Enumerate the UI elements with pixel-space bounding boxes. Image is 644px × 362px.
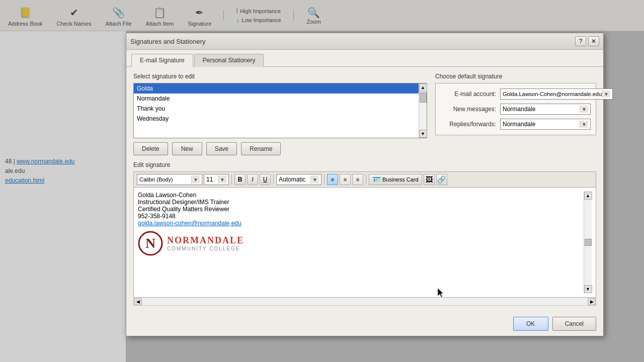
logo-svg: N — [138, 231, 163, 256]
tb-sep2 — [273, 174, 274, 185]
dialog-footer: OK Cancel — [126, 312, 603, 336]
cancel-button[interactable]: Cancel — [552, 317, 596, 331]
email-account-arrow[interactable]: ▼ — [602, 90, 610, 98]
sig-content-email: golda.lawson-cohen@normandale,edu — [138, 220, 584, 227]
dialog-title: Signatures and Stationery — [130, 38, 206, 45]
replies-forwards-arrow[interactable]: ▼ — [580, 121, 588, 128]
sig-list-scrollbar[interactable]: ▲ ▼ — [419, 83, 427, 138]
tb-sep4 — [366, 174, 366, 185]
tab-email-signature[interactable]: E-mail Signature — [131, 54, 193, 67]
replies-forwards-value: Normandale — [503, 121, 535, 128]
edit-scrollbar-track2 — [585, 246, 592, 285]
font-value: Calibri (Body) — [139, 176, 191, 183]
sig-content-phone: 952-358-9148 — [138, 213, 584, 220]
sig-item-golda[interactable]: Golda — [134, 83, 419, 94]
new-button[interactable]: New — [172, 142, 202, 155]
help-button[interactable]: ? — [575, 36, 586, 46]
underline-button[interactable]: U — [260, 174, 271, 185]
signature-list: Golda Normandale Thank you Wednesday — [134, 83, 419, 138]
edit-area[interactable]: Golda Lawson-Cohen Instructional Designe… — [133, 187, 596, 298]
email-account-row: E-mail account: Golda.Lawson-Cohen@norma… — [441, 88, 591, 100]
sig-buttons-row: Delete New Save Rename — [133, 142, 427, 155]
sig-item-thankyou[interactable]: Thank you — [134, 104, 419, 114]
close-button[interactable]: ✕ — [588, 36, 599, 46]
insert-picture-button[interactable]: 🖼 — [424, 174, 435, 185]
color-value: Automatic — [279, 176, 305, 183]
insert-picture-icon: 🖼 — [426, 175, 433, 184]
color-selector[interactable]: Automatic ▼ — [276, 174, 321, 185]
italic-button[interactable]: I — [247, 174, 258, 185]
bold-button[interactable]: B — [234, 174, 246, 185]
dialog-controls: ? ✕ — [575, 36, 599, 46]
signature-list-container: Golda Normandale Thank you Wednesday ▲ ▼ — [133, 83, 427, 138]
edit-scrollbar-down[interactable]: ▼ — [584, 285, 592, 293]
new-messages-row: New messages: Normandale ▼ — [441, 104, 591, 115]
scrollbar-up[interactable]: ▲ — [419, 83, 427, 92]
new-messages-value: Normandale — [503, 106, 535, 113]
two-column-layout: Select signature to edit Golda Normandal… — [133, 73, 596, 155]
right-column: Choose default signature E-mail account:… — [435, 73, 596, 155]
dialog-body: Select signature to edit Golda Normandal… — [126, 66, 603, 312]
new-messages-arrow[interactable]: ▼ — [580, 106, 588, 113]
edit-area-scrollbar[interactable]: ▲ ▼ — [584, 192, 592, 293]
default-sig-label: Choose default signature — [435, 73, 596, 80]
edit-scrollbar-thumb[interactable] — [585, 239, 592, 246]
sig-content-certified: Certified Quality Matters Reviewer — [138, 206, 584, 213]
business-card-label: Business Card — [382, 176, 419, 183]
hscroll-left[interactable]: ◀ — [134, 298, 142, 305]
business-card-button[interactable]: 🪪 Business Card — [369, 174, 422, 185]
tabs-row: E-mail Signature Personal Stationery — [126, 50, 603, 67]
new-messages-dropdown[interactable]: Normandale ▼ — [500, 104, 591, 115]
insert-hyperlink-button[interactable]: 🔗 — [436, 174, 447, 185]
sig-content-name: Golda Lawson-Cohen — [138, 192, 584, 199]
select-sig-label: Select signature to edit — [133, 73, 427, 80]
svg-text:N: N — [145, 235, 155, 251]
replies-forwards-row: Replies/forwards: Normandale ▼ — [441, 119, 591, 130]
logo-sub: COMMUNITY COLLEGE — [167, 246, 244, 251]
scrollbar-down[interactable]: ▼ — [419, 130, 427, 138]
insert-hyperlink-icon: 🔗 — [437, 175, 446, 184]
replies-forwards-label: Replies/forwards: — [441, 121, 496, 128]
font-size-value: 11 — [206, 176, 213, 183]
rename-button[interactable]: Rename — [241, 142, 281, 155]
tab-personal-stationery[interactable]: Personal Stationery — [194, 54, 264, 67]
edit-hscrollbar[interactable]: ◀ ▶ — [133, 298, 596, 306]
email-account-dropdown[interactable]: Golda.Lawson-Cohen@normandale.edu ▼ — [500, 88, 613, 100]
hscroll-right[interactable]: ▶ — [588, 298, 596, 305]
edit-content: Golda Lawson-Cohen Instructional Designe… — [138, 192, 584, 293]
align-center-button[interactable]: ≡ — [340, 174, 351, 185]
ok-button[interactable]: OK — [513, 317, 548, 331]
scrollbar-thumb[interactable] — [420, 93, 427, 103]
edit-scrollbar-track — [585, 200, 592, 239]
new-messages-label: New messages: — [441, 106, 496, 113]
signatures-dialog: Signatures and Stationery ? ✕ E-mail Sig… — [126, 33, 604, 336]
tb-sep1 — [231, 174, 232, 185]
font-size-selector[interactable]: 11 ▼ — [204, 174, 229, 185]
sig-content-logo: N NORMANDALE COMMUNITY COLLEGE — [138, 231, 584, 256]
email-account-value: Golda.Lawson-Cohen@normandale.edu — [503, 91, 602, 97]
logo-text: NORMANDALE COMMUNITY COLLEGE — [167, 235, 244, 251]
default-sig-section: E-mail account: Golda.Lawson-Cohen@norma… — [435, 83, 596, 135]
align-right-button[interactable]: ≡ — [352, 174, 363, 185]
font-selector[interactable]: Calibri (Body) ▼ — [137, 174, 202, 185]
font-size-arrow[interactable]: ▼ — [218, 175, 226, 184]
sig-item-normandale[interactable]: Normandale — [134, 94, 419, 104]
email-account-label: E-mail account: — [441, 90, 496, 98]
tb-sep3 — [324, 174, 325, 185]
replies-forwards-dropdown[interactable]: Normandale ▼ — [500, 119, 591, 130]
align-left-button[interactable]: ≡ — [327, 174, 338, 185]
edit-scrollbar-up[interactable]: ▲ — [584, 192, 592, 200]
edit-toolbar: Calibri (Body) ▼ 11 ▼ B I U Automatic ▼ — [133, 171, 596, 187]
logo-name: NORMANDALE — [167, 235, 244, 246]
left-column: Select signature to edit Golda Normandal… — [133, 73, 427, 155]
color-arrow[interactable]: ▼ — [310, 175, 319, 184]
sig-content-title: Instructional Designer/IMS Trainer — [138, 199, 584, 206]
delete-button[interactable]: Delete — [133, 142, 168, 155]
save-button[interactable]: Save — [206, 142, 237, 155]
sig-item-wednesday[interactable]: Wednesday — [134, 114, 419, 124]
edit-sig-label: Edit signature — [133, 161, 596, 168]
font-arrow[interactable]: ▼ — [191, 175, 200, 184]
dialog-titlebar: Signatures and Stationery ? ✕ — [126, 33, 603, 50]
business-card-icon: 🪪 — [372, 175, 381, 184]
